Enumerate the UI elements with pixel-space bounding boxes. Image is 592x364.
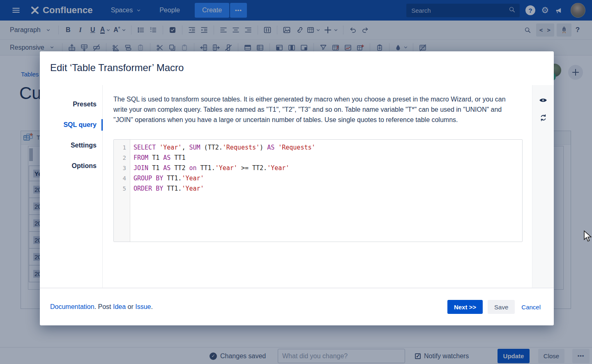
footer-text: or — [126, 303, 135, 310]
cancel-button[interactable]: Cancel — [520, 300, 542, 314]
sidebar-item-sql-query[interactable]: SQL query — [40, 115, 102, 135]
line-number: 1 — [114, 143, 126, 153]
code-line[interactable]: ORDER BY TT1.'Year' — [134, 184, 522, 194]
dialog-footer: Documentation. Post Idea or Issue. Next … — [40, 288, 554, 325]
footer-text: . — [151, 303, 153, 310]
code-line[interactable]: SELECT 'Year', SUM (TT2.'Requests') AS '… — [134, 143, 522, 153]
line-number: 2 — [114, 153, 126, 163]
dialog-sidebar: PresetsSQL querySettingsOptions — [40, 85, 103, 288]
code-line[interactable]: GROUP BY TT1.'Year' — [134, 173, 522, 184]
edit-macro-dialog: Edit ‘Table Transformer’ Macro PresetsSQ… — [40, 51, 554, 325]
line-number-gutter: 12345 — [114, 140, 130, 242]
refresh-icon[interactable] — [538, 112, 548, 123]
issue-link[interactable]: Issue — [135, 303, 151, 310]
idea-link[interactable]: Idea — [113, 303, 126, 310]
dialog-main: The SQL is used to transform source tabl… — [103, 85, 532, 288]
sidebar-item-options[interactable]: Options — [40, 156, 102, 176]
dialog-body: PresetsSQL querySettingsOptions The SQL … — [40, 85, 554, 288]
next-button[interactable]: Next >> — [447, 300, 483, 314]
sql-code-editor[interactable]: 12345 SELECT 'Year', SUM (TT2.'Requests'… — [113, 139, 523, 242]
code-line[interactable]: FROM T1 AS TT1 — [134, 153, 522, 163]
mouse-cursor — [583, 230, 592, 243]
sql-code-area[interactable]: SELECT 'Year', SUM (TT2.'Requests') AS '… — [130, 140, 522, 242]
dialog-header: Edit ‘Table Transformer’ Macro — [40, 51, 554, 85]
footer-links: Documentation. Post Idea or Issue. — [50, 303, 153, 311]
line-number: 4 — [114, 173, 126, 184]
line-number: 5 — [114, 184, 126, 194]
dialog-side-rail — [532, 85, 554, 288]
sql-description: The SQL is used to transform source tabl… — [113, 94, 521, 125]
dialog-title: Edit ‘Table Transformer’ Macro — [50, 62, 554, 74]
code-line[interactable]: JOIN T1 AS TT2 on TT1.'Year' >= TT2.'Yea… — [134, 163, 522, 173]
screen: Confluence Spaces People Create ••• ? ⚙ … — [0, 0, 592, 364]
preview-eye-icon[interactable] — [538, 95, 548, 106]
sidebar-item-presets[interactable]: Presets — [40, 94, 102, 115]
documentation-link[interactable]: Documentation — [50, 303, 94, 310]
line-number: 3 — [114, 163, 126, 173]
footer-text: . Post — [94, 303, 113, 310]
footer-actions: Next >> Save Cancel — [447, 300, 542, 314]
save-button[interactable]: Save — [488, 300, 515, 314]
sidebar-item-settings[interactable]: Settings — [40, 135, 102, 156]
